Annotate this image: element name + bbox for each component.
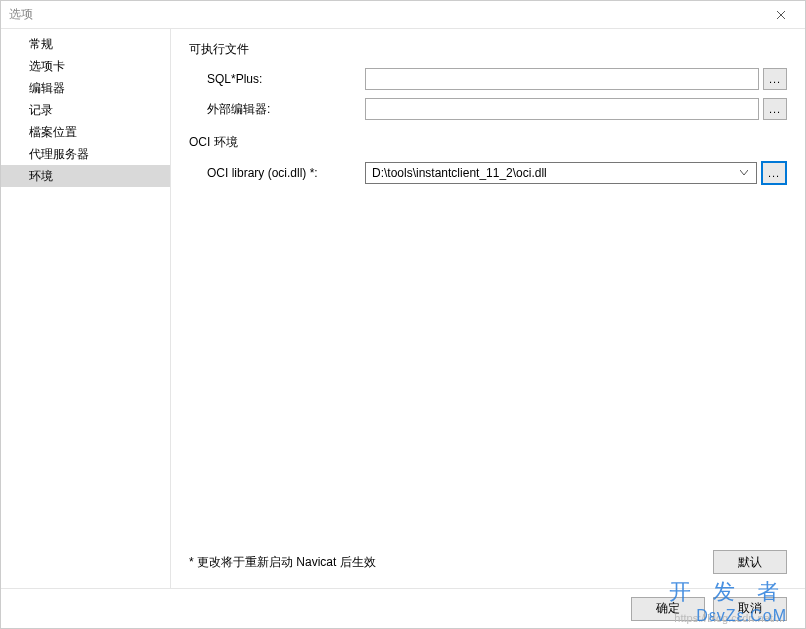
sidebar-item-label: 檔案位置: [29, 125, 77, 139]
sidebar-item-file-location[interactable]: 檔案位置: [1, 121, 170, 143]
sidebar-item-label: 环境: [29, 169, 53, 183]
field-sqlplus: SQL*Plus: ...: [189, 68, 787, 90]
oci-library-value: D:\tools\instantclient_11_2\oci.dll: [372, 166, 736, 180]
sidebar-item-label: 选项卡: [29, 59, 65, 73]
sidebar-item-label: 常规: [29, 37, 53, 51]
oci-library-combo[interactable]: D:\tools\instantclient_11_2\oci.dll: [365, 162, 757, 184]
sidebar-item-general[interactable]: 常规: [1, 33, 170, 55]
section-executable-title: 可执行文件: [189, 41, 787, 58]
ellipsis-icon: ...: [768, 167, 780, 179]
bottom-bar: https://blog.csdn.net/... 确定 取消 开 发 者 Dε…: [1, 588, 805, 628]
sidebar: 常规 选项卡 编辑器 记录 檔案位置 代理服务器 环境: [1, 29, 171, 588]
default-button-label: 默认: [738, 554, 762, 571]
watermark-url: https://blog.csdn.net/...: [674, 612, 785, 624]
sidebar-item-label: 编辑器: [29, 81, 65, 95]
chevron-down-icon: [736, 170, 752, 176]
ellipsis-icon: ...: [769, 73, 781, 85]
ellipsis-icon: ...: [769, 103, 781, 115]
main-panel: 可执行文件 SQL*Plus: ... 外部编辑器: ... OCI 环境 OC…: [171, 29, 805, 588]
sidebar-item-editor[interactable]: 编辑器: [1, 77, 170, 99]
sidebar-item-proxy[interactable]: 代理服务器: [1, 143, 170, 165]
sidebar-item-label: 记录: [29, 103, 53, 117]
options-window: 选项 常规 选项卡 编辑器 记录 檔案位置 代理服务器 环境 可执行文件 SQL…: [0, 0, 806, 629]
close-button[interactable]: [761, 2, 801, 28]
sqlplus-label: SQL*Plus:: [189, 72, 365, 86]
external-editor-browse-button[interactable]: ...: [763, 98, 787, 120]
external-editor-input[interactable]: [365, 98, 759, 120]
sidebar-item-label: 代理服务器: [29, 147, 89, 161]
window-title: 选项: [9, 6, 33, 23]
footer-note: * 更改将于重新启动 Navicat 后生效: [189, 554, 713, 571]
body: 常规 选项卡 编辑器 记录 檔案位置 代理服务器 环境 可执行文件 SQL*Pl…: [1, 29, 805, 588]
field-external-editor: 外部编辑器: ...: [189, 98, 787, 120]
oci-library-browse-button[interactable]: ...: [761, 161, 787, 185]
sidebar-item-records[interactable]: 记录: [1, 99, 170, 121]
sidebar-item-tabs[interactable]: 选项卡: [1, 55, 170, 77]
oci-library-label: OCI library (oci.dll) *:: [189, 166, 365, 180]
spacer: [189, 193, 787, 550]
footer-row: * 更改将于重新启动 Navicat 后生效 默认: [189, 550, 787, 574]
sqlplus-input[interactable]: [365, 68, 759, 90]
external-editor-label: 外部编辑器:: [189, 101, 365, 118]
default-button[interactable]: 默认: [713, 550, 787, 574]
sidebar-item-environment[interactable]: 环境: [1, 165, 170, 187]
field-oci-library: OCI library (oci.dll) *: D:\tools\instan…: [189, 161, 787, 185]
titlebar: 选项: [1, 1, 805, 29]
sqlplus-browse-button[interactable]: ...: [763, 68, 787, 90]
section-oci-title: OCI 环境: [189, 134, 787, 151]
close-icon: [776, 10, 786, 20]
